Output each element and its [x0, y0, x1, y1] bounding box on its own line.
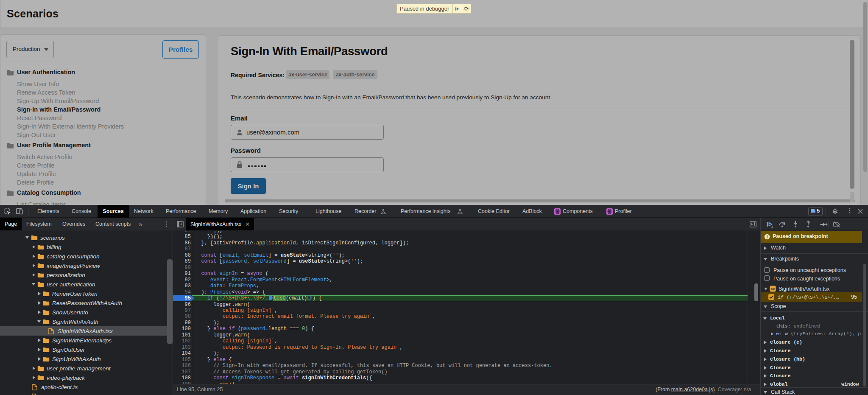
svg-text:<>: <>: [770, 287, 775, 291]
